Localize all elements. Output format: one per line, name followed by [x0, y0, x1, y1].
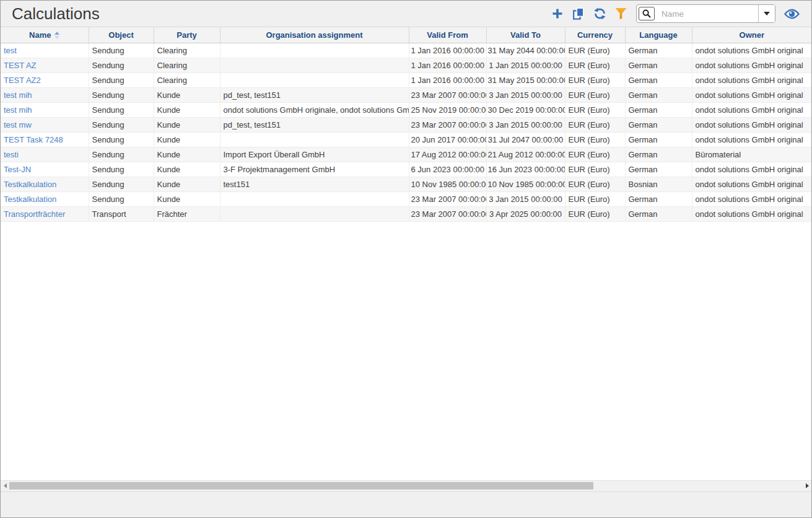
table-row[interactable]: TEST AZSendungClearing1 Jan 2016 00:00:0…: [1, 58, 811, 72]
scroll-right-button[interactable]: [803, 481, 811, 491]
cell-currency: EUR (Euro): [565, 117, 625, 132]
copy-button[interactable]: [571, 5, 586, 22]
cell-party: Kunde: [154, 117, 220, 132]
table-row[interactable]: testiSendungKundeImport Export Überall G…: [1, 147, 811, 162]
cell-valid_to: 10 Nov 1985 00:00:00: [486, 177, 565, 191]
cell-name: Testkalkulation: [1, 177, 89, 191]
calculations-table: NameObjectPartyOrganisation assignmentVa…: [1, 27, 811, 222]
column-header-owner[interactable]: Owner: [692, 27, 811, 43]
cell-language: German: [625, 147, 692, 162]
cell-owner: ondot solutions GmbH original: [692, 177, 811, 191]
column-label: Name: [29, 30, 51, 40]
cell-valid_to: 30 Dec 2019 00:00:00: [486, 102, 565, 117]
cell-organisation_assignment: pd_test, test151: [220, 87, 409, 102]
cell-name: test mih: [1, 87, 89, 102]
cell-name: test mw: [1, 117, 89, 132]
table-row[interactable]: TEST Task 7248SendungKunde20 Jun 2017 00…: [1, 132, 811, 147]
table-row[interactable]: TransportfrächterTransportFrächter23 Mar…: [1, 206, 811, 221]
cell-language: German: [625, 58, 692, 72]
filter-button[interactable]: [614, 5, 628, 22]
scrollbar-thumb[interactable]: [9, 482, 593, 489]
cell-owner: ondot solutions GmbH original: [692, 102, 811, 117]
column-label: Language: [639, 30, 677, 40]
column-header-currency[interactable]: Currency: [565, 27, 625, 43]
table-row[interactable]: testSendungClearing1 Jan 2016 00:00:0031…: [1, 43, 811, 58]
cell-name: Transportfrächter: [1, 206, 89, 221]
cell-currency: EUR (Euro): [565, 72, 625, 87]
cell-name: Test-JN: [1, 162, 89, 177]
filter-icon: [615, 7, 627, 20]
cell-valid_to: 3 Jan 2015 00:00:00: [486, 191, 565, 206]
table-row[interactable]: test mihSendungKundeondot solutions GmbH…: [1, 102, 811, 117]
cell-organisation_assignment: pd_test, test151: [220, 117, 409, 132]
calculation-link[interactable]: test mw: [4, 120, 32, 130]
calculation-link[interactable]: testi: [4, 150, 19, 159]
search-dropdown-button[interactable]: [758, 5, 775, 22]
cell-valid_from: 17 Aug 2012 00:00:00: [409, 147, 486, 162]
calculation-link[interactable]: TEST AZ2: [4, 76, 41, 85]
calculation-link[interactable]: TEST AZ: [4, 61, 37, 70]
cell-object: Sendung: [89, 102, 154, 117]
table-row[interactable]: test mihSendungKundepd_test, test15123 M…: [1, 87, 811, 102]
cell-name: Testkalkulation: [1, 191, 89, 206]
cell-valid_from: 23 Mar 2007 00:00:00: [409, 206, 486, 221]
calculation-link[interactable]: Testkalkulation: [4, 195, 56, 204]
cell-organisation_assignment: test151: [220, 177, 409, 191]
calculation-link[interactable]: test: [4, 46, 17, 55]
refresh-button[interactable]: [592, 5, 608, 22]
search-input[interactable]: [657, 5, 758, 22]
cell-organisation_assignment: [220, 58, 409, 72]
view-button[interactable]: [783, 5, 801, 22]
cell-party: Kunde: [154, 102, 220, 117]
calculation-link[interactable]: Test-JN: [4, 165, 31, 174]
cell-currency: EUR (Euro): [565, 58, 625, 72]
scroll-left-button[interactable]: [1, 481, 9, 491]
cell-party: Kunde: [154, 87, 220, 102]
column-header-language[interactable]: Language: [625, 27, 692, 43]
cell-valid_from: 23 Mar 2007 00:00:00: [409, 191, 486, 206]
table-row[interactable]: Test-JNSendungKunde3-F Projektmanagement…: [1, 162, 811, 177]
column-header-name[interactable]: Name: [1, 27, 89, 43]
add-button[interactable]: [550, 5, 565, 22]
cell-valid_to: 31 May 2015 00:00:00: [486, 72, 565, 87]
search-icon: [642, 9, 651, 18]
cell-party: Clearing: [154, 72, 220, 87]
cell-language: German: [625, 117, 692, 132]
column-header-party[interactable]: Party: [154, 27, 220, 43]
cell-party: Kunde: [154, 147, 220, 162]
plus-icon: [551, 7, 564, 20]
calculation-link[interactable]: TEST Task 7248: [4, 135, 63, 144]
column-label: Valid From: [427, 30, 468, 40]
table-row[interactable]: test mwSendungKundepd_test, test15123 Ma…: [1, 117, 811, 132]
column-label: Valid To: [510, 30, 541, 40]
horizontal-scrollbar[interactable]: [1, 480, 811, 491]
cell-valid_from: 10 Nov 1985 00:00:00: [409, 177, 486, 191]
calculation-link[interactable]: test mih: [4, 90, 32, 100]
table-row[interactable]: TEST AZ2SendungClearing1 Jan 2016 00:00:…: [1, 72, 811, 87]
calculation-link[interactable]: Testkalkulation: [4, 180, 56, 189]
cell-organisation_assignment: [220, 72, 409, 87]
cell-valid_to: 3 Jan 2015 00:00:00: [486, 87, 565, 102]
cell-party: Kunde: [154, 177, 220, 191]
cell-organisation_assignment: ondot solutions GmbH originale, ondot so…: [220, 102, 409, 117]
cell-object: Sendung: [89, 58, 154, 72]
cell-owner: ondot solutions GmbH original: [692, 162, 811, 177]
page-title: Calculations: [12, 4, 547, 24]
calculation-link[interactable]: Transportfrächter: [4, 209, 65, 219]
table-row[interactable]: TestkalkulationSendungKunde23 Mar 2007 0…: [1, 191, 811, 206]
column-header-valid-from[interactable]: Valid From: [409, 27, 486, 43]
column-label: Party: [177, 30, 197, 40]
search-button[interactable]: [639, 7, 655, 20]
cell-currency: EUR (Euro): [565, 177, 625, 191]
cell-organisation_assignment: [220, 206, 409, 221]
column-header-valid-to[interactable]: Valid To: [486, 27, 565, 43]
column-header-object[interactable]: Object: [89, 27, 154, 43]
cell-name: test mih: [1, 102, 89, 117]
cell-object: Sendung: [89, 87, 154, 102]
cell-language: German: [625, 87, 692, 102]
cell-valid_from: 6 Jun 2023 00:00:00: [409, 162, 486, 177]
column-header-organisation-assignment[interactable]: Organisation assignment: [220, 27, 409, 43]
table-row[interactable]: TestkalkulationSendungKundetest15110 Nov…: [1, 177, 811, 191]
calculation-link[interactable]: test mih: [4, 105, 32, 115]
cell-valid_from: 1 Jan 2016 00:00:00: [409, 72, 486, 87]
